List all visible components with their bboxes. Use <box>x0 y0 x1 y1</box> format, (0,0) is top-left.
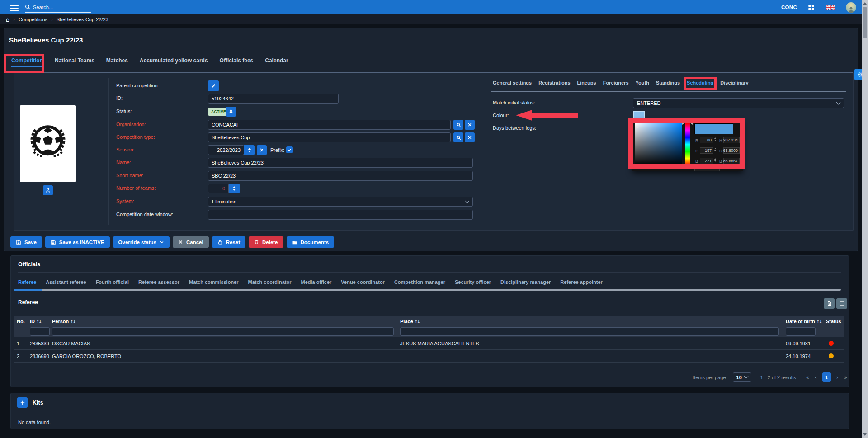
r-value[interactable]: 80 <box>700 137 713 143</box>
officials-tab-referee-appointer[interactable]: Referee appointer <box>560 279 603 285</box>
tab-scheduling[interactable]: Scheduling <box>687 80 713 85</box>
g-value[interactable]: 157 <box>700 147 713 154</box>
items-per-page-select[interactable]: 10 <box>733 372 751 382</box>
col-header-person[interactable]: Person ↑↓ <box>52 319 400 324</box>
page-number-button[interactable]: 1 <box>822 372 831 382</box>
filter-person-input[interactable] <box>52 327 394 336</box>
status-lock-button[interactable] <box>226 107 236 117</box>
match-initial-status-select[interactable]: ENTERED <box>633 98 844 108</box>
col-header-dob[interactable]: Date of birth ↑↓ <box>786 319 826 324</box>
next-page-button[interactable]: › <box>836 374 839 381</box>
officials-tab-media-officer[interactable]: Media officer <box>301 279 331 285</box>
b-hsb-value[interactable]: 86.6667 <box>723 158 740 164</box>
officials-tabs-scrollbar[interactable] <box>42 289 841 291</box>
apps-grid-icon[interactable] <box>808 4 815 11</box>
season-input[interactable] <box>208 145 244 155</box>
s-stepper[interactable] <box>741 148 742 151</box>
parent-competition-edit-button[interactable] <box>208 80 219 91</box>
tab-disciplinary[interactable]: Disciplinary <box>720 80 748 85</box>
filter-place-input[interactable] <box>400 327 779 336</box>
season-clear-button[interactable] <box>257 145 267 155</box>
col-header-id[interactable]: ID ↑↓ <box>30 319 52 324</box>
saturation-cursor[interactable] <box>636 125 639 128</box>
hue-marker-right[interactable] <box>691 122 693 125</box>
filter-dob-input[interactable] <box>786 327 816 336</box>
organisation-code[interactable]: CONC <box>781 5 797 10</box>
tab-accumulated-yellow-cards[interactable]: Accumulated yellow cards <box>140 57 208 67</box>
hue-marker-left[interactable] <box>682 122 684 125</box>
user-avatar[interactable] <box>846 2 856 13</box>
date-window-input[interactable] <box>208 210 473 220</box>
tab-officials-fees[interactable]: Officials fees <box>220 57 254 67</box>
language-flag-icon[interactable] <box>826 5 835 10</box>
breadcrumb-item-current[interactable]: SheBelieves Cup 22/23 <box>57 17 108 22</box>
prefix-checkbox[interactable] <box>286 146 293 153</box>
delete-button[interactable]: Delete <box>249 236 283 248</box>
tab-youth[interactable]: Youth <box>636 80 649 85</box>
filter-id-input[interactable] <box>30 327 50 336</box>
officials-tab-assistant-referee[interactable]: Assistant referee <box>46 279 86 285</box>
scroll-down-arrow[interactable] <box>863 433 867 436</box>
number-of-teams-stepper[interactable] <box>229 184 240 193</box>
g-stepper[interactable] <box>714 148 716 151</box>
scrollbar-thumb[interactable] <box>863 7 867 38</box>
reset-button[interactable]: Reset <box>212 236 245 248</box>
saturation-field[interactable] <box>635 123 682 165</box>
officials-tab-match-commissioner[interactable]: Match commissioner <box>189 279 238 285</box>
officials-tab-venue-coordinator[interactable]: Venue coordinator <box>341 279 385 285</box>
save-button[interactable]: Save <box>10 236 42 248</box>
tab-foreigners[interactable]: Foreigners <box>603 80 629 85</box>
number-of-teams-input[interactable] <box>208 184 229 193</box>
breadcrumb-item-competitions[interactable]: Competitions <box>19 17 47 22</box>
prev-page-button[interactable]: ‹ <box>815 374 817 381</box>
name-input[interactable] <box>208 158 473 168</box>
sort-icon[interactable]: ↑↓ <box>415 320 420 324</box>
tab-standings[interactable]: Standings <box>656 80 680 85</box>
cancel-button[interactable]: Cancel <box>173 236 209 248</box>
season-stepper[interactable] <box>244 145 255 155</box>
home-icon[interactable]: ⌂ <box>6 17 9 23</box>
officials-tab-disciplinary-manager[interactable]: Disciplinary manager <box>500 279 551 285</box>
b-rgb-value[interactable]: 221 <box>700 158 713 164</box>
columns-settings-button[interactable] <box>836 298 847 309</box>
tab-competition[interactable]: Competition <box>11 57 43 67</box>
competition-type-input[interactable] <box>208 132 451 142</box>
s-value[interactable]: 63.8009 <box>723 147 740 154</box>
export-file-button[interactable] <box>824 298 835 309</box>
tab-calendar[interactable]: Calendar <box>265 57 288 67</box>
table-row[interactable]: 2 2836690 GARCIA OROZCO, ROBERTO 24.10.1… <box>14 350 844 363</box>
tab-lineups[interactable]: Lineups <box>577 80 596 85</box>
hue-slider[interactable] <box>685 123 690 165</box>
tab-registrations[interactable]: Registrations <box>538 80 570 85</box>
documents-button[interactable]: Documents <box>287 236 335 248</box>
col-header-place[interactable]: Place ↑↓ <box>400 319 786 324</box>
save-as-inactive-button[interactable]: Save as INACTIVE <box>45 236 110 248</box>
tab-national-teams[interactable]: National Teams <box>55 57 94 67</box>
h-value[interactable]: 207.234 <box>723 137 740 143</box>
system-select[interactable]: Elimination <box>208 197 473 207</box>
competition-type-clear-button[interactable] <box>465 132 475 142</box>
hex-field-partial[interactable] <box>694 168 720 171</box>
first-page-button[interactable]: « <box>806 374 809 381</box>
vertical-scrollbar[interactable] <box>862 0 868 438</box>
id-input[interactable] <box>208 94 339 104</box>
sort-icon[interactable]: ↑↓ <box>70 320 75 324</box>
organisation-search-button[interactable] <box>453 120 463 130</box>
tab-general-settings[interactable]: General settings <box>493 80 532 85</box>
last-page-button[interactable]: » <box>844 374 847 381</box>
sort-icon[interactable]: ↑↓ <box>36 320 41 324</box>
officials-tab-competition-manager[interactable]: Competition manager <box>394 279 445 285</box>
b-hsb-stepper[interactable] <box>741 158 742 162</box>
search-input[interactable] <box>33 5 85 10</box>
logo-person-button[interactable] <box>43 185 53 195</box>
tab-matches[interactable]: Matches <box>106 57 128 67</box>
table-row[interactable]: 1 2835839 OSCAR MACIAS JESUS MARIA AGUAS… <box>14 337 844 350</box>
r-stepper[interactable] <box>714 137 716 141</box>
h-stepper[interactable] <box>741 137 742 141</box>
add-kit-button[interactable] <box>17 397 28 408</box>
organisation-clear-button[interactable] <box>465 120 475 130</box>
sort-icon[interactable]: ↑↓ <box>816 320 821 324</box>
officials-tab-match-coordinator[interactable]: Match coordinator <box>248 279 292 285</box>
organisation-input[interactable] <box>208 120 451 130</box>
officials-tab-referee-assessor[interactable]: Referee assessor <box>138 279 179 285</box>
